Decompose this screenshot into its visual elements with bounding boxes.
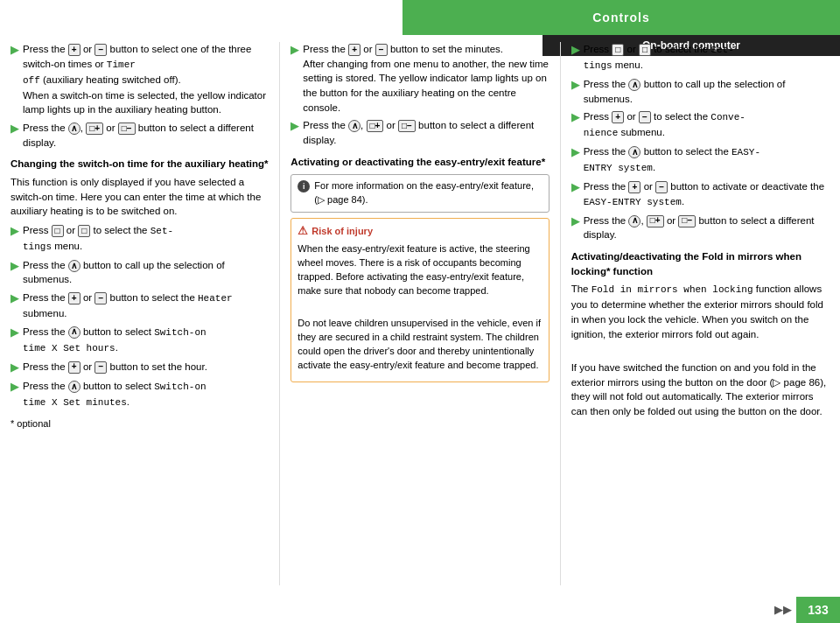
bullet-arrow-icon: ▶ bbox=[571, 144, 580, 160]
col1-intro-text: This function is only displayed if you h… bbox=[10, 175, 269, 219]
bullet-arrow-icon: ▶ bbox=[10, 121, 19, 136]
col1-b3: ▶ Press □ or □ to select the Set-tings m… bbox=[10, 223, 269, 255]
section-title-auxiliary: Changing the switch-on time for the auxi… bbox=[10, 157, 269, 172]
info-icon: i bbox=[298, 180, 310, 192]
col1-b7: ▶ Press the + or − button to set the hou… bbox=[10, 360, 269, 375]
bullet-arrow-icon: ▶ bbox=[571, 214, 580, 229]
info-box: i For more information on the easy-entry… bbox=[290, 174, 549, 213]
bullet-arrow-icon: ▶ bbox=[10, 290, 19, 306]
col1-bullet-1: ▶ Press the + or − button to select one … bbox=[10, 42, 269, 117]
warning-triangle-icon: ⚠ bbox=[298, 223, 308, 240]
footnote: * optional bbox=[10, 417, 269, 431]
col2-bullet-2: ▶ Press the ∧, □+ or □− button to select… bbox=[290, 118, 549, 147]
col3-b4: ▶ Press the ∧ button to select the EASY-… bbox=[571, 144, 830, 176]
page-number: 133 bbox=[796, 597, 840, 623]
bullet-arrow-icon: ▶ bbox=[10, 223, 19, 239]
section-title: Controls bbox=[592, 10, 650, 24]
col3-b6: ▶ Press the ∧, □+ or □− button to select… bbox=[571, 214, 830, 242]
divider-1 bbox=[279, 42, 280, 585]
warning-box: ⚠ Risk of injury When the easy-entry/exi… bbox=[290, 218, 549, 382]
column-1: ▶ Press the + or − button to select one … bbox=[10, 42, 276, 585]
column-3: ▶ Press □ or □ to select the Set-tings m… bbox=[564, 42, 830, 585]
plus-button-icon: + bbox=[68, 44, 80, 56]
col1-b5: ▶ Press the + or − button to select the … bbox=[10, 290, 269, 321]
col3-b2: ▶ Press the ∧ button to call up the sele… bbox=[571, 77, 830, 106]
col2-bullet-1: ▶ Press the + or − button to set the min… bbox=[290, 42, 549, 115]
bullet-arrow-icon: ▶ bbox=[571, 42, 580, 58]
warning-title: ⚠ Risk of injury bbox=[298, 223, 542, 240]
bullet-arrow-icon: ▶ bbox=[571, 179, 580, 195]
minus-button-icon: − bbox=[94, 44, 107, 56]
bullet-arrow-icon: ▶ bbox=[290, 42, 299, 58]
divider-2 bbox=[560, 42, 561, 585]
bullet-arrow-icon: ▶ bbox=[10, 360, 19, 375]
col3-b3: ▶ Press + or − to select the Conve-nienc… bbox=[571, 109, 830, 141]
bullet-arrow-icon: ▶ bbox=[10, 325, 19, 340]
fold-text-2: If you have switched the function on and… bbox=[571, 360, 830, 419]
bullet-arrow-icon: ▶ bbox=[290, 118, 299, 134]
col1-b8: ▶ Press the ∧ button to select Switch-on… bbox=[10, 379, 269, 410]
bullet-arrow-icon: ▶ bbox=[10, 42, 19, 58]
col3-b1: ▶ Press □ or □ to select the Set-tings m… bbox=[571, 42, 830, 74]
col1-b6: ▶ Press the ∧ button to select Switch-on… bbox=[10, 325, 269, 356]
section-title-fold-mirrors: Activating/deactivating the Fold in mirr… bbox=[571, 249, 830, 278]
header-bar: Controls bbox=[402, 0, 840, 35]
fold-text-1: The Fold in mirrors when locking functio… bbox=[571, 282, 830, 341]
section-title-easy-entry: Activating or deactivating the easy-entr… bbox=[290, 155, 549, 170]
bullet-arrow-icon: ▶ bbox=[571, 77, 580, 93]
col1-b4: ▶ Press the ∧ button to call up the sele… bbox=[10, 258, 269, 287]
col3-b5: ▶ Press the + or − button to activate or… bbox=[571, 179, 830, 210]
bullet-arrow-icon: ▶ bbox=[10, 258, 19, 274]
arrows-indicator: ▶▶ bbox=[774, 603, 792, 616]
bullet-arrow-icon: ▶ bbox=[10, 379, 19, 395]
warning-text-2: Do not leave children unsupervised in th… bbox=[298, 317, 542, 373]
bullet-arrow-icon: ▶ bbox=[571, 109, 580, 125]
column-2: ▶ Press the + or − button to set the min… bbox=[284, 42, 556, 585]
info-text: For more information on the easy-entry/e… bbox=[314, 179, 542, 207]
col1-bullet-2: ▶ Press the ∧, □+ or □− button to select… bbox=[10, 121, 269, 150]
warning-text-1: When the easy-entry/exit feature is acti… bbox=[298, 242, 542, 298]
